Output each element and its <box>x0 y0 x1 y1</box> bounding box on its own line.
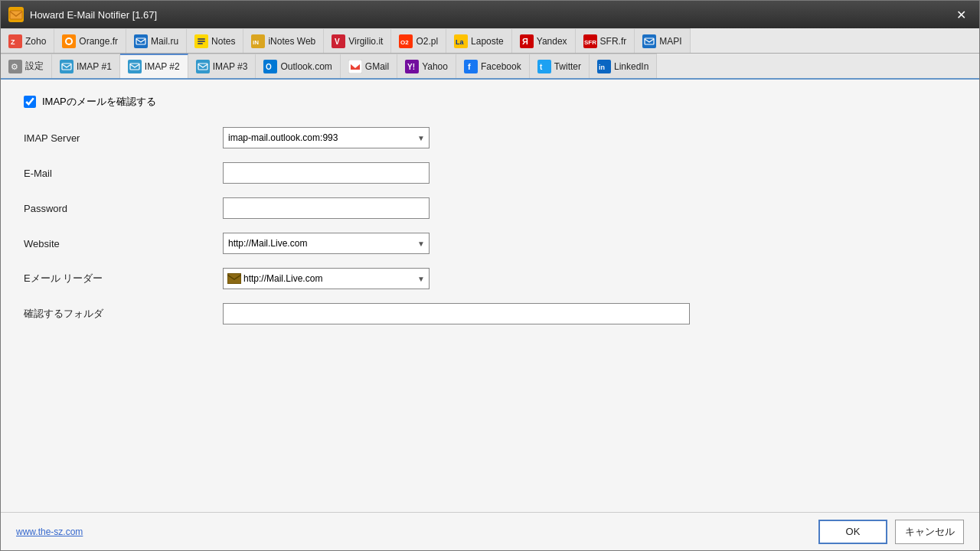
tab-facebook-label: Facebook <box>481 61 521 72</box>
svg-rect-9 <box>198 38 205 40</box>
o2-icon: O2 <box>399 34 413 48</box>
password-input[interactable] <box>223 197 430 219</box>
orange-icon <box>62 34 76 48</box>
tab-mail[interactable]: Mail.ru <box>126 28 187 53</box>
email-reader-select-wrapper: http://Mail.Live.com <box>223 268 430 289</box>
website-link[interactable]: www.the-sz.com <box>16 527 83 537</box>
tab-imap3[interactable]: IMAP #3 <box>188 54 256 78</box>
imap-server-select-wrapper: imap-mail.outlook.com:993 <box>223 127 430 148</box>
tab-o2[interactable]: O2 O2.pl <box>391 28 446 53</box>
tab-sfr[interactable]: SFR SFR.fr <box>576 28 635 53</box>
settings-icon: ⚙ <box>8 60 22 73</box>
inotes-icon: iN <box>251 34 265 48</box>
main-window: Howard E-Mail Notifier [1.67] ✕ Z Zoho O… <box>0 0 980 551</box>
tab-virgilio[interactable]: V Virgilio.it <box>324 28 391 53</box>
tab-laposte[interactable]: La Laposte <box>446 28 512 53</box>
svg-text:iN: iN <box>253 39 259 46</box>
tab-inotes[interactable]: iN iNotes Web <box>243 28 324 53</box>
footer: www.the-sz.com OK キャンセル <box>1 512 979 550</box>
imap-check-row: IMAPのメールを確認する <box>24 95 956 109</box>
notes-icon <box>194 34 208 48</box>
tab-settings-label: 設定 <box>25 60 44 73</box>
facebook-icon: f <box>464 60 478 73</box>
website-row: Website http://Mail.Live.com <box>24 233 956 254</box>
tab-mapi[interactable]: MAPI <box>635 28 690 53</box>
imap-server-select[interactable]: imap-mail.outlook.com:993 <box>223 127 430 148</box>
website-label: Website <box>24 238 223 249</box>
imap-server-label: IMAP Server <box>24 132 223 144</box>
imap2-icon <box>128 60 142 73</box>
password-label: Password <box>24 203 223 214</box>
svg-rect-10 <box>198 41 205 42</box>
tab-settings[interactable]: ⚙ 設定 <box>1 54 52 78</box>
tab-notes[interactable]: Notes <box>187 28 243 53</box>
svg-rect-11 <box>198 43 203 44</box>
tab-imap1[interactable]: IMAP #1 <box>52 54 120 78</box>
svg-text:Y!: Y! <box>407 63 415 71</box>
tab-twitter-label: Twitter <box>554 61 581 72</box>
tab-twitter[interactable]: t Twitter <box>530 54 590 78</box>
email-input[interactable] <box>223 162 430 184</box>
title-bar: Howard E-Mail Notifier [1.67] ✕ <box>1 1 979 28</box>
mapi-icon <box>642 34 656 48</box>
svg-text:Z: Z <box>11 38 15 46</box>
svg-text:SFR: SFR <box>584 39 596 46</box>
tab-yandex[interactable]: Я Yandex <box>512 28 576 53</box>
website-select[interactable]: http://Mail.Live.com <box>223 233 430 254</box>
email-reader-row: Eメール リーダー http://Mail.Live.com <box>24 268 956 289</box>
app-icon <box>8 7 24 22</box>
ok-button[interactable]: OK <box>818 520 887 544</box>
imap-enable-checkbox[interactable] <box>24 96 36 108</box>
window-title: Howard E-Mail Notifier [1.67] <box>30 9 157 21</box>
svg-rect-39 <box>464 60 478 73</box>
close-button[interactable]: ✕ <box>950 6 972 23</box>
website-select-wrapper: http://Mail.Live.com <box>223 233 430 254</box>
yahoo-icon: Y! <box>405 60 419 73</box>
svg-rect-36 <box>348 60 362 73</box>
imap-server-row: IMAP Server imap-mail.outlook.com:993 <box>24 127 956 148</box>
zoho-icon: Z <box>8 34 22 48</box>
tab-mapi-label: MAPI <box>659 36 681 47</box>
folder-row: 確認するフォルダ <box>24 303 956 324</box>
tab-outlook[interactable]: O Outlook.com <box>256 54 340 78</box>
footer-buttons: OK キャンセル <box>818 520 964 544</box>
tab-linkedin[interactable]: in LinkedIn <box>590 54 657 78</box>
tab-zoho-label: Zoho <box>25 36 46 47</box>
tab-mail-label: Mail.ru <box>151 36 178 47</box>
tab-orange-label: Orange.fr <box>79 36 118 47</box>
tab-sfr-label: SFR.fr <box>600 36 627 47</box>
gmail-icon <box>348 60 362 73</box>
tab-imap3-label: IMAP #3 <box>213 61 248 72</box>
tab-facebook[interactable]: f Facebook <box>456 54 530 78</box>
yandex-icon: Я <box>520 34 534 48</box>
email-label: E-Mail <box>24 168 223 179</box>
imap1-icon <box>60 60 74 73</box>
cancel-button[interactable]: キャンセル <box>895 520 964 544</box>
tab-imap2[interactable]: IMAP #2 <box>120 54 188 80</box>
tab-yandex-label: Yandex <box>537 36 567 47</box>
svg-text:O: O <box>266 63 272 71</box>
folder-input[interactable] <box>223 303 690 324</box>
folder-label: 確認するフォルダ <box>24 307 223 321</box>
tab-yahoo[interactable]: Y! Yahoo <box>397 54 456 78</box>
imap-check-label: IMAPのメールを確認する <box>42 95 156 109</box>
tab-gmail[interactable]: GMail <box>341 54 397 78</box>
tab-imap2-label: IMAP #2 <box>145 61 180 72</box>
password-row: Password <box>24 197 956 219</box>
tab-o2-label: O2.pl <box>416 36 438 47</box>
tab-bar-row2: ⚙ 設定 IMAP #1 IMAP #2 IMAP #3 O O <box>1 54 979 80</box>
email-reader-label: Eメール リーダー <box>24 272 223 285</box>
tab-linkedin-label: LinkedIn <box>614 61 648 72</box>
tab-bar-row1: Z Zoho Orange.fr Mail.ru Notes iN <box>1 28 979 54</box>
svg-text:⚙: ⚙ <box>11 62 18 71</box>
tab-imap1-label: IMAP #1 <box>77 61 112 72</box>
sfr-icon: SFR <box>583 34 597 48</box>
email-reader-select[interactable]: http://Mail.Live.com <box>223 268 430 289</box>
tab-zoho[interactable]: Z Zoho <box>1 28 54 53</box>
tab-laposte-label: Laposte <box>471 36 504 47</box>
svg-text:Я: Я <box>522 37 528 46</box>
tab-notes-label: Notes <box>211 36 235 47</box>
svg-text:V: V <box>335 37 340 46</box>
virgilio-icon: V <box>332 34 345 48</box>
tab-orange[interactable]: Orange.fr <box>54 28 126 53</box>
